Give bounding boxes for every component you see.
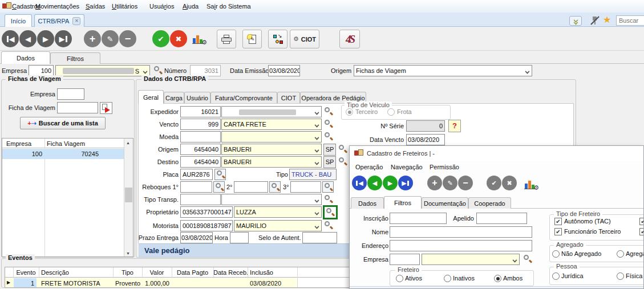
checkbox-extra-1[interactable]: ✔ [639, 218, 644, 225]
destino-combo[interactable]: BARUERI [221, 156, 322, 168]
menu-usuarios[interactable]: Usuários [149, 1, 174, 12]
vencto-code-field[interactable]: 999 [180, 119, 221, 130]
menu-utilitarios[interactable]: Utilitários [112, 1, 137, 12]
tipo-transp-code-field[interactable] [180, 194, 221, 205]
tab-inicio[interactable]: Início [5, 14, 32, 27]
magnifier-icon[interactable] [323, 221, 334, 231]
selo-field[interactable] [302, 232, 337, 243]
popup-tab-documentacao[interactable]: Documentação [422, 197, 468, 209]
menu-sair[interactable]: Sair do Sistema [206, 1, 251, 12]
popup-nav-next-button[interactable]: ▶ [383, 176, 398, 190]
radio-ativos[interactable] [396, 275, 403, 282]
tab-ctrb-rpa[interactable]: CTRB/RPA ✕ [34, 14, 84, 27]
empresa-code-field[interactable]: 100 [29, 65, 54, 76]
print-button[interactable] [217, 30, 236, 48]
magnifier-icon[interactable] [323, 132, 334, 142]
moeda-code-field[interactable] [180, 131, 221, 143]
proprietario-search-button-highlighted[interactable] [323, 205, 338, 219]
magnifier-icon[interactable] [523, 254, 533, 264]
vencto-name-combo[interactable]: CARTA FRETE [221, 119, 322, 130]
motorista-code-field[interactable]: 00018908187987 [180, 220, 233, 231]
reboque3-search-button[interactable] [322, 181, 334, 193]
placa-field[interactable]: AUR2876 [180, 169, 213, 180]
reboque1-search-button[interactable] [213, 181, 225, 193]
radio-nao-agregado[interactable] [552, 250, 560, 258]
destino-uf-button[interactable]: SP [323, 156, 336, 168]
reboque2-search-button[interactable] [269, 181, 281, 193]
popup-nav-first-button[interactable]: ◀ [352, 176, 367, 190]
nav-next-button[interactable]: ▶ [37, 30, 54, 47]
nav-last-button[interactable]: ▶ [55, 30, 72, 47]
chart-settings-button[interactable]: ⚙ [192, 32, 206, 46]
origem-uf-button[interactable]: SP [323, 144, 336, 156]
radio-juridica[interactable] [552, 272, 560, 280]
edit-button[interactable]: ✎ [102, 30, 119, 47]
delete-button[interactable]: − [119, 30, 136, 47]
nav-prev-button[interactable]: ◀ [19, 30, 37, 47]
radio-terceiro[interactable] [346, 108, 353, 116]
expedidor-code-field[interactable]: 16021 [180, 106, 221, 117]
nome-field[interactable] [390, 226, 532, 238]
tab-usuario[interactable]: Usuário [184, 92, 210, 104]
origem-combo[interactable]: Fichas de Viagem [354, 65, 532, 76]
radio-frota[interactable] [387, 108, 395, 116]
destino-code-field[interactable]: 6454040 [180, 156, 221, 168]
reboque1-field[interactable] [180, 181, 212, 193]
diagram-button[interactable]: ↘ [268, 30, 287, 48]
expand-chevron-button[interactable] [569, 16, 582, 26]
popup-tab-dados[interactable]: Dados [351, 197, 384, 209]
motorista-combo[interactable]: MAURILIO [234, 220, 322, 231]
popup-empresa-combo[interactable] [422, 254, 520, 265]
search-input[interactable] [616, 15, 644, 26]
eventos-grid-row[interactable]: ▶ 1 FRETE MOTORISTA Provento 1.000,00 03… [5, 278, 297, 288]
tab-geral[interactable]: Geral [138, 90, 164, 104]
tab-ciot[interactable]: CIOT [277, 92, 300, 104]
tab-filtros[interactable]: Filtros [50, 52, 100, 64]
favorite-star-icon[interactable]: ★ [603, 14, 611, 25]
popup-nav-last-button[interactable]: ▶ [398, 176, 413, 190]
prazo-field[interactable]: 03/08/2020 [180, 232, 213, 243]
endereco-field[interactable] [390, 240, 532, 251]
popup-menu-permissao[interactable]: Permissão [430, 161, 459, 173]
popup-nav-prev-button[interactable]: ◀ [367, 176, 382, 190]
confirm-button[interactable]: ✔ [152, 30, 169, 47]
proprietario-code-field[interactable]: 03563377000147 [180, 206, 233, 218]
radio-inativos[interactable] [444, 275, 451, 282]
radio-agregado[interactable] [617, 250, 624, 258]
magnifier-icon[interactable] [338, 144, 348, 154]
checkbox-extra-2[interactable]: ✔ [639, 228, 644, 235]
popup-chart-button[interactable]: ⚙ [524, 177, 538, 191]
apelido-field[interactable] [476, 213, 527, 224]
data-emissao-field[interactable]: 03/08/2020 [268, 65, 300, 76]
magnifier-icon[interactable] [323, 107, 334, 117]
popup-menu-operacao[interactable]: Operação [355, 161, 383, 173]
cancel-button[interactable]: ✖ [170, 30, 187, 47]
popup-tab-filtros[interactable]: Filtros [384, 196, 422, 209]
add-button[interactable]: + [84, 30, 101, 47]
menu-saidas[interactable]: Saídas [86, 1, 105, 12]
popup-edit-button[interactable]: ✎ [443, 176, 457, 190]
popup-tab-cooperado[interactable]: Cooperado [468, 197, 511, 209]
placa-search-button[interactable] [214, 169, 226, 180]
expedidor-name-combo[interactable] [221, 106, 322, 117]
inscricao-field[interactable] [390, 213, 447, 224]
popup-cancel-button[interactable]: ✖ [502, 176, 517, 190]
popup-titlebar[interactable]: Cadastro de Freteiros | - [350, 146, 644, 161]
magnifier-icon[interactable] [323, 119, 334, 129]
radio-ambos[interactable] [494, 275, 501, 282]
reboque3-field[interactable] [290, 181, 321, 193]
fichas-empresa-field[interactable] [57, 88, 84, 100]
hora-field[interactable] [230, 232, 249, 243]
popup-menu-navegacao[interactable]: Navegação [391, 161, 423, 173]
popup-confirm-button[interactable]: ✔ [487, 176, 501, 190]
tab-fatura[interactable]: Fatura/Comprovante [210, 92, 277, 104]
help-button[interactable]: ? [448, 120, 461, 132]
tipo-transp-combo[interactable] [221, 194, 322, 205]
document-edit-button[interactable]: ✎ [242, 30, 262, 48]
menu-movimentacoes[interactable]: Movimentações [35, 1, 79, 12]
tab-dados[interactable]: Dados [1, 51, 50, 64]
ficha-export-button[interactable] [100, 102, 112, 114]
nav-first-button[interactable]: ◀ [2, 30, 19, 47]
ctrb-origem-combo[interactable]: BARUERI [221, 144, 322, 155]
popup-delete-button[interactable]: − [458, 176, 473, 190]
